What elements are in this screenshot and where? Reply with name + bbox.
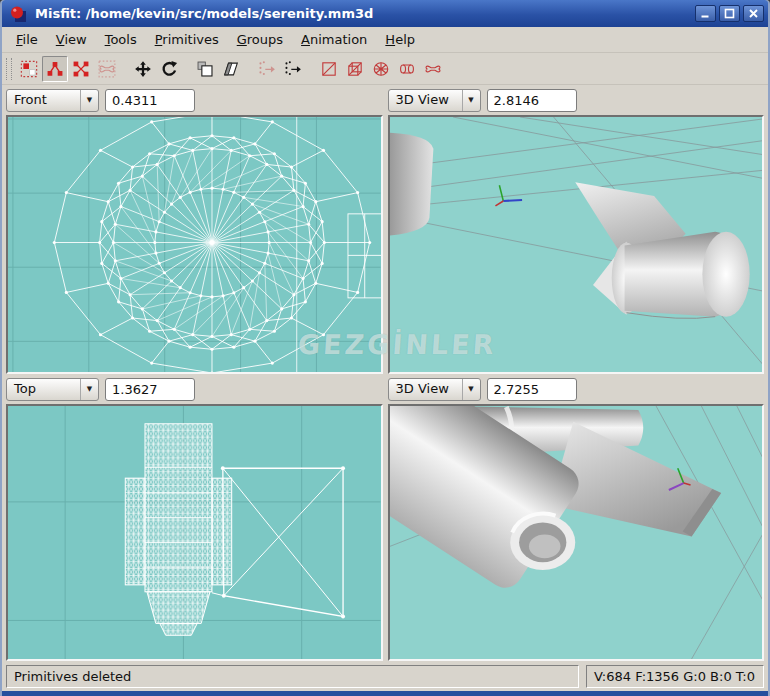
window-title: Misfit: /home/kevin/src/models/serenity.… [35,6,692,21]
chevron-down-icon: ▼ [462,379,480,400]
move-points-icon [284,60,302,78]
view-select-combo[interactable]: Top ▼ [6,378,99,401]
toolbar-button-select-faces[interactable] [68,56,94,82]
chevron-down-icon: ▼ [80,379,98,400]
toolbar-button-move[interactable] [130,56,156,82]
viewport-cell-front: Front ▼ [6,85,383,374]
create-sphere-icon [372,60,390,78]
toolbar-handle[interactable] [6,58,12,80]
viewport-canvas-3d-lower[interactable] [388,404,765,661]
create-cylinder-icon [398,60,416,78]
viewport-cell-3d-upper: 3D View ▼ [388,85,765,374]
viewport-canvas-top[interactable] [6,404,383,661]
view-select-combo[interactable]: 3D View ▼ [388,378,481,401]
view-select-combo[interactable]: Front ▼ [6,89,99,112]
menu-item-primitives[interactable]: Primitives [146,29,228,50]
status-message: Primitives deleted [6,665,579,688]
menu-item-view[interactable]: View [47,29,96,50]
toolbar-button-select-bone-joints[interactable] [94,56,120,82]
chevron-down-icon: ▼ [80,90,98,111]
zoom-input[interactable] [105,378,195,401]
viewport-canvas-front[interactable] [6,115,383,374]
view-select-combo[interactable]: 3D View ▼ [388,89,481,112]
statusbar: Primitives deleted V:684 F:1356 G:0 B:0 … [2,661,768,691]
menubar: FileViewToolsPrimitivesGroupsAnimationHe… [2,27,768,53]
toolbar-button-move-points[interactable] [280,56,306,82]
menu-item-help[interactable]: Help [376,29,424,50]
toolbar-button-create-rectangle[interactable] [316,56,342,82]
toolbar-button-select-connected[interactable] [42,56,68,82]
view-select-value: Front [7,90,80,111]
toolbar-button-create-cylinder[interactable] [394,56,420,82]
menu-item-file[interactable]: File [7,29,47,50]
menu-item-animation[interactable]: Animation [292,29,376,50]
viewport-cell-3d-lower: 3D View ▼ [388,374,765,661]
titlebar[interactable]: Misfit: /home/kevin/src/models/serenity.… [2,0,768,27]
close-button[interactable] [743,5,764,22]
toolbar-button-shear[interactable] [218,56,244,82]
toolbar-button-create-bone[interactable] [420,56,446,82]
minimize-icon [700,8,711,19]
select-faces-icon [72,60,90,78]
select-vertices-icon [20,60,38,78]
rotate-icon [160,60,178,78]
menu-item-tools[interactable]: Tools [96,29,146,50]
chevron-down-icon: ▼ [462,90,480,111]
toolbar [2,53,768,85]
toolbar-button-create-cube[interactable] [342,56,368,82]
select-bone-joints-icon [98,60,116,78]
window-frame-bottom [2,691,768,696]
shear-icon [222,60,240,78]
move-icon [134,60,152,78]
minimize-button[interactable] [695,5,716,22]
app-icon [8,4,28,24]
close-icon [748,8,759,19]
viewport-controls: Top ▼ [6,374,383,404]
menu-item-groups[interactable]: Groups [228,29,292,50]
zoom-input[interactable] [487,378,577,401]
zoom-input[interactable] [105,89,195,112]
view-select-value: 3D View [389,379,462,400]
maximize-icon [724,8,735,19]
extrude-icon [196,60,214,78]
app-window: Misfit: /home/kevin/src/models/serenity.… [0,0,770,696]
viewport-canvas-3d-upper[interactable] [388,115,765,374]
toolbar-button-rotate[interactable] [156,56,182,82]
zoom-input[interactable] [487,89,577,112]
view-select-value: 3D View [389,90,462,111]
select-connected-icon [46,60,64,78]
toolbar-button-move-vertices[interactable] [254,56,280,82]
toolbar-button-extrude[interactable] [192,56,218,82]
view-select-value: Top [7,379,80,400]
viewport-controls: 3D View ▼ [388,85,765,115]
viewport-grid: Front ▼ 3D View ▼ [2,85,768,661]
viewport-cell-top: Top ▼ [6,374,383,661]
status-stats: V:684 F:1356 G:0 B:0 T:0 [586,665,764,688]
create-rectangle-icon [320,60,338,78]
viewport-controls: Front ▼ [6,85,383,115]
viewport-controls: 3D View ▼ [388,374,765,404]
maximize-button[interactable] [719,5,740,22]
create-bone-icon [424,60,442,78]
move-vertices-icon [258,60,276,78]
toolbar-button-create-sphere[interactable] [368,56,394,82]
toolbar-button-select-vertices[interactable] [16,56,42,82]
create-cube-icon [346,60,364,78]
